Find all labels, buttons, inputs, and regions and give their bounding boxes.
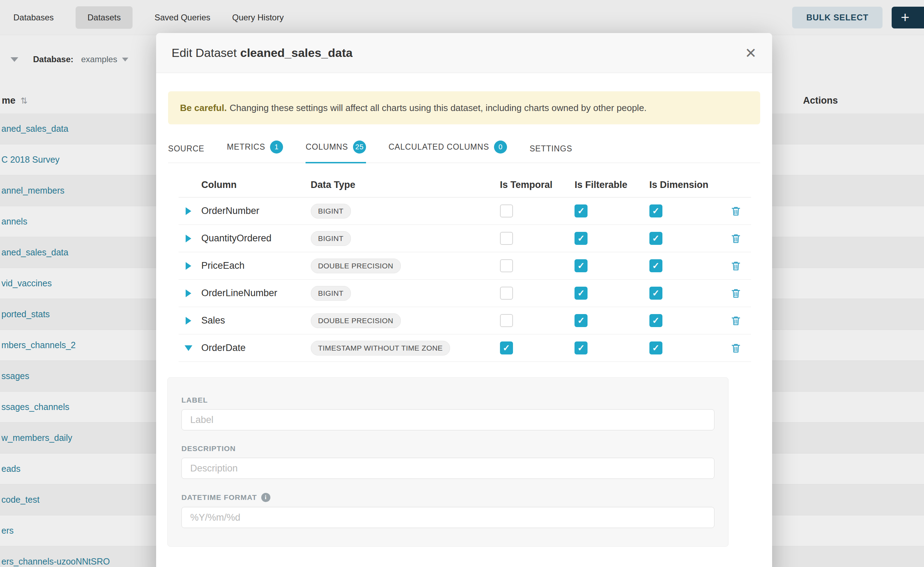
is-temporal-checkbox[interactable]	[500, 314, 513, 327]
warning-text: Changing these settings will affect all …	[230, 103, 647, 113]
is-filterable-checkbox[interactable]	[575, 232, 587, 245]
data-type-pill: DOUBLE PRECISION	[311, 314, 401, 328]
tab-columns[interactable]: COLUMNS 25	[305, 141, 366, 163]
is-dimension-checkbox[interactable]	[649, 259, 662, 272]
column-name: OrderNumber	[201, 206, 310, 216]
tab-label: METRICS	[227, 142, 265, 152]
is-dimension-checkbox[interactable]	[649, 342, 662, 354]
tab-metrics[interactable]: METRICS 1	[227, 141, 283, 163]
data-type-pill: TIMESTAMP WITHOUT TIME ZONE	[311, 341, 450, 356]
data-type-pill: DOUBLE PRECISION	[311, 258, 401, 273]
modal-tabs: SOURCE METRICS 1 COLUMNS 25 CALCULATED C…	[168, 141, 760, 163]
header-column: Column	[201, 180, 310, 190]
is-temporal-checkbox[interactable]	[500, 286, 513, 300]
column-name: QuantityOrdered	[201, 233, 310, 244]
data-type-pill: BIGINT	[311, 231, 351, 246]
tab-calculated-columns[interactable]: CALCULATED COLUMNS 0	[388, 141, 507, 163]
tab-label: CALCULATED COLUMNS	[388, 142, 489, 152]
tab-label: SOURCE	[168, 144, 204, 153]
label-input[interactable]	[181, 409, 715, 430]
tab-source[interactable]: SOURCE	[168, 144, 204, 163]
is-temporal-checkbox[interactable]	[500, 204, 513, 218]
modal-title-prefix: Edit Dataset	[172, 46, 236, 59]
header-is-temporal: Is Temporal	[498, 180, 572, 190]
is-dimension-checkbox[interactable]	[649, 314, 662, 327]
trash-icon[interactable]	[730, 342, 742, 354]
label-field-label: LABEL	[181, 396, 715, 404]
expand-caret-icon[interactable]	[186, 290, 191, 297]
tab-label: COLUMNS	[305, 142, 348, 152]
is-filterable-checkbox[interactable]	[575, 259, 587, 272]
is-dimension-checkbox[interactable]	[649, 286, 662, 300]
column-row: OrderDate TIMESTAMP WITHOUT TIME ZONE	[179, 334, 751, 362]
column-name: OrderLineNumber	[201, 288, 310, 298]
modal-title: Edit Datasetcleaned_sales_data	[172, 46, 353, 60]
warning-banner: Be careful.Changing these settings will …	[168, 92, 760, 124]
tab-label: SETTINGS	[530, 144, 572, 153]
column-row: QuantityOrdered BIGINT	[179, 225, 751, 252]
column-detail-panel: LABEL DESCRIPTION DATETIME FORMAT i	[167, 377, 728, 547]
data-type-pill: BIGINT	[311, 286, 351, 301]
description-input[interactable]	[181, 458, 715, 479]
columns-count-badge: 25	[353, 141, 366, 153]
datetime-format-label: DATETIME FORMAT	[181, 493, 257, 502]
close-icon[interactable]: ✕	[745, 46, 757, 60]
trash-icon[interactable]	[730, 206, 742, 217]
trash-icon[interactable]	[730, 315, 742, 326]
trash-icon[interactable]	[730, 260, 742, 272]
trash-icon[interactable]	[730, 233, 742, 244]
is-filterable-checkbox[interactable]	[575, 314, 587, 327]
columns-table-header: Column Data Type Is Temporal Is Filterab…	[179, 173, 751, 197]
column-row: OrderNumber BIGINT	[179, 197, 751, 225]
column-row: Sales DOUBLE PRECISION	[179, 307, 751, 334]
is-filterable-checkbox[interactable]	[575, 204, 587, 218]
description-field: DESCRIPTION	[181, 444, 715, 479]
is-filterable-checkbox[interactable]	[575, 286, 587, 300]
warning-bold-text: Be careful.	[180, 103, 227, 113]
header-is-dimension: Is Dimension	[647, 180, 730, 190]
expand-caret-icon[interactable]	[186, 262, 191, 270]
is-temporal-checkbox[interactable]	[500, 232, 513, 245]
is-temporal-checkbox[interactable]	[500, 259, 513, 272]
datetime-format-input[interactable]	[181, 507, 715, 528]
is-dimension-checkbox[interactable]	[649, 232, 662, 245]
column-name: Sales	[201, 315, 310, 326]
tab-settings[interactable]: SETTINGS	[530, 144, 572, 163]
is-dimension-checkbox[interactable]	[649, 204, 662, 218]
description-field-label: DESCRIPTION	[181, 444, 715, 453]
trash-icon[interactable]	[730, 288, 742, 299]
is-temporal-checkbox[interactable]	[500, 342, 513, 354]
data-type-pill: BIGINT	[311, 204, 351, 219]
modal-dataset-name: cleaned_sales_data	[240, 46, 352, 59]
expand-caret-icon[interactable]	[186, 207, 191, 215]
column-row: PriceEach DOUBLE PRECISION	[179, 252, 751, 280]
is-filterable-checkbox[interactable]	[575, 342, 587, 354]
header-data-type: Data Type	[311, 180, 498, 190]
edit-dataset-modal: Edit Datasetcleaned_sales_data ✕ Be care…	[156, 33, 772, 567]
label-field: LABEL	[181, 396, 715, 430]
info-icon[interactable]: i	[261, 493, 270, 502]
datetime-format-field: DATETIME FORMAT i	[181, 493, 715, 528]
metrics-count-badge: 1	[270, 141, 283, 153]
modal-header: Edit Datasetcleaned_sales_data ✕	[156, 33, 772, 73]
columns-table: Column Data Type Is Temporal Is Filterab…	[179, 173, 751, 362]
column-name: PriceEach	[201, 260, 310, 271]
expand-caret-icon[interactable]	[186, 317, 191, 325]
header-is-filterable: Is Filterable	[572, 180, 647, 190]
column-name: OrderDate	[201, 342, 310, 353]
expand-caret-icon[interactable]	[186, 235, 191, 242]
calculated-columns-count-badge: 0	[494, 141, 507, 153]
expand-caret-icon[interactable]	[185, 345, 192, 351]
column-row: OrderLineNumber BIGINT	[179, 280, 751, 307]
